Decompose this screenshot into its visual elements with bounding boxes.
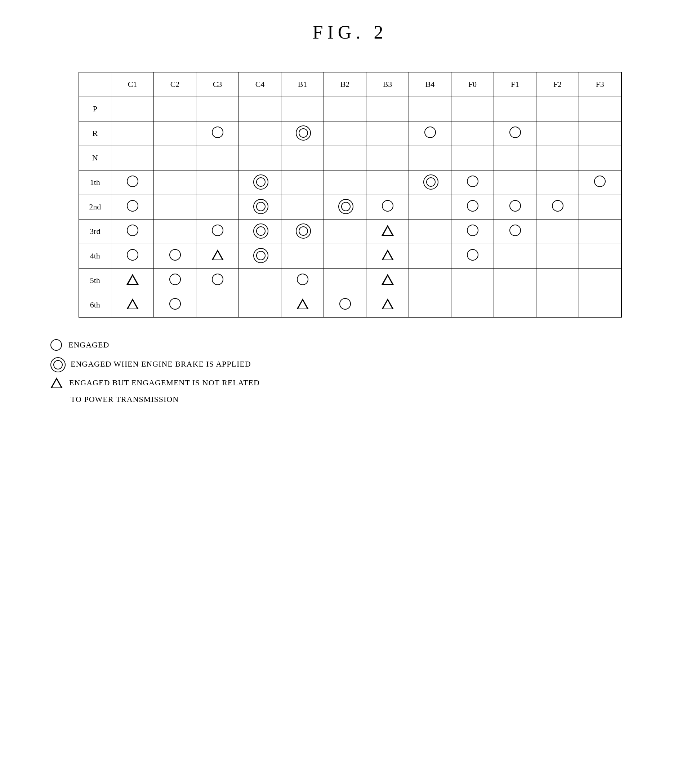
table-cell: [409, 293, 452, 317]
table-cell: [324, 170, 366, 195]
table-cell: [366, 121, 409, 146]
table-cell: [281, 121, 324, 146]
symbol-circle: [169, 249, 181, 261]
table-cell: [409, 195, 452, 219]
table-cell: [239, 268, 281, 293]
symbol-triangle: [297, 299, 309, 309]
symbol-double-circle: [253, 224, 267, 237]
table-cell: [324, 268, 366, 293]
table-cell: [154, 268, 196, 293]
row-label: 3rd: [79, 219, 111, 244]
legend-item-triangle: ENGAGED BUT ENGAGEMENT IS NOT RELATED: [50, 377, 260, 388]
table-cell: [281, 268, 324, 293]
row-label: N: [79, 146, 111, 170]
table-cell: [196, 268, 239, 293]
table-cell: [281, 195, 324, 219]
table-cell: [536, 195, 579, 219]
table-cell: [494, 97, 536, 121]
main-table-wrapper: C1C2C3C4B1B2B3B4F0F1F2F3 PRN1th2nd3rd4th…: [78, 72, 622, 318]
table-header-f1: F1: [494, 72, 536, 97]
symbol-double-circle: [253, 199, 267, 213]
legend-circle-text: ENGAGED: [69, 340, 109, 350]
table-cell: [281, 293, 324, 317]
symbol-circle: [212, 274, 223, 285]
table-header-b4: B4: [409, 72, 452, 97]
legend-double-circle-text: ENGAGED WHEN ENGINE BRAKE IS APPLIED: [70, 359, 251, 369]
symbol-circle: [127, 200, 138, 211]
table-row: 1th: [79, 170, 622, 195]
row-label: 5th: [79, 268, 111, 293]
table-cell: [154, 146, 196, 170]
row-label: R: [79, 121, 111, 146]
table-header-c3: C3: [196, 72, 239, 97]
symbol-triangle: [381, 299, 394, 309]
table-cell: [111, 244, 154, 268]
table-cell: [324, 146, 366, 170]
table-header-c1: C1: [111, 72, 154, 97]
symbol-circle: [382, 200, 394, 211]
table-cell: [196, 195, 239, 219]
table-cell: [579, 195, 622, 219]
table-cell: [239, 195, 281, 219]
table-cell: [452, 244, 494, 268]
symbol-double-circle: [296, 125, 309, 139]
table-cell: [579, 244, 622, 268]
table-header-b2: B2: [324, 72, 366, 97]
symbol-circle: [127, 225, 138, 236]
symbol-circle: [467, 175, 478, 187]
symbol-circle: [169, 298, 181, 310]
table-cell: [154, 293, 196, 317]
symbol-triangle: [211, 249, 224, 260]
table-cell: [366, 195, 409, 219]
table-cell: [366, 219, 409, 244]
legend-item-continuation: TO POWER TRANSMISSION: [50, 395, 260, 404]
table-cell: [239, 170, 281, 195]
table-cell: [154, 219, 196, 244]
table-cell: [154, 244, 196, 268]
table-cell: [111, 170, 154, 195]
symbol-circle: [424, 127, 436, 138]
symbol-circle: [467, 249, 478, 261]
symbol-triangle: [381, 225, 394, 236]
legend: ENGAGED ENGAGED WHEN ENGINE BRAKE IS APP…: [50, 339, 260, 404]
table-cell: [196, 244, 239, 268]
symbol-triangle: [127, 299, 139, 309]
symbol-double-circle: [338, 199, 352, 213]
table-cell: [452, 268, 494, 293]
legend-item-double-circle: ENGAGED WHEN ENGINE BRAKE IS APPLIED: [50, 357, 260, 371]
table-cell: [536, 146, 579, 170]
table-cell: [409, 170, 452, 195]
legend-continuation-text: TO POWER TRANSMISSION: [70, 395, 179, 404]
table-cell: [239, 121, 281, 146]
symbol-circle: [594, 175, 606, 187]
table-row: 4th: [79, 244, 622, 268]
symbol-circle: [552, 200, 564, 211]
table-cell: [579, 219, 622, 244]
table-cell: [536, 121, 579, 146]
table-cell: [154, 97, 196, 121]
table-row: R: [79, 121, 622, 146]
table-cell: [196, 146, 239, 170]
legend-double-circle-icon: [50, 357, 64, 371]
symbol-double-circle: [423, 174, 437, 188]
table-cell: [409, 268, 452, 293]
row-label: 1th: [79, 170, 111, 195]
table-cell: [536, 293, 579, 317]
table-cell: [196, 170, 239, 195]
table-cell: [366, 170, 409, 195]
table-cell: [111, 97, 154, 121]
table-cell: [579, 170, 622, 195]
table-cell: [366, 244, 409, 268]
table-cell: [111, 293, 154, 317]
table-cell: [111, 121, 154, 146]
table-cell: [324, 121, 366, 146]
table-cell: [366, 97, 409, 121]
table-cell: [579, 97, 622, 121]
table-cell: [281, 97, 324, 121]
symbol-circle: [212, 225, 223, 236]
table-cell: [281, 244, 324, 268]
table-header-b1: B1: [281, 72, 324, 97]
table-cell: [579, 121, 622, 146]
table-cell: [409, 121, 452, 146]
legend-item-circle: ENGAGED: [50, 339, 260, 351]
